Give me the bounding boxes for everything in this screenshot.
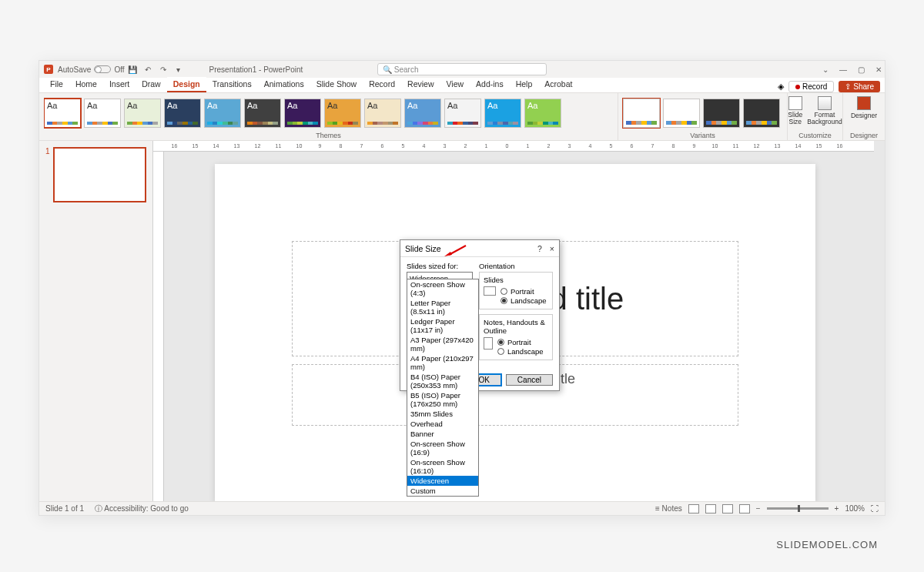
variant-option[interactable] — [663, 99, 700, 128]
ribbon-options-icon[interactable]: ⌄ — [822, 65, 829, 74]
dropdown-option[interactable]: On-screen Show (16:10) — [407, 457, 478, 476]
variant-option[interactable] — [743, 99, 780, 128]
sorter-view-icon[interactable] — [705, 504, 716, 513]
orientation-slides-group: Slides Portrait Landscape — [479, 272, 553, 309]
dialog-title: Slide Size — [405, 244, 441, 253]
notes-button[interactable]: ≡ Notes — [655, 504, 682, 513]
customize-group: Slide Size Format Background Customize — [788, 93, 843, 140]
theme-option[interactable]: Aa — [284, 99, 321, 128]
notes-landscape-radio[interactable]: Landscape — [497, 347, 543, 356]
theme-option[interactable]: Aa — [204, 99, 241, 128]
dropdown-option[interactable]: Widescreen — [407, 476, 478, 486]
dropdown-option[interactable]: On-screen Show (4:3) — [407, 279, 478, 298]
dropdown-option[interactable]: B4 (ISO) Paper (250x353 mm) — [407, 372, 478, 390]
qat-dropdown-icon[interactable]: ▾ — [173, 64, 184, 75]
tab-insert[interactable]: Insert — [103, 77, 136, 92]
dropdown-option[interactable]: A4 Paper (210x297 mm) — [407, 353, 478, 372]
fit-to-window-icon[interactable]: ⛶ — [871, 504, 879, 513]
theme-option[interactable]: Aa — [444, 99, 481, 128]
slides-landscape-radio[interactable]: Landscape — [500, 296, 546, 305]
dropdown-option[interactable]: A3 Paper (297x420 mm) — [407, 335, 478, 353]
accessibility-icon: ⓘ — [95, 504, 102, 513]
zoom-slider[interactable] — [767, 507, 829, 510]
save-icon[interactable]: 💾 — [127, 64, 138, 75]
cancel-button[interactable]: Cancel — [506, 374, 553, 386]
ribbon-tabs: FileHomeInsertDrawDesignTransitionsAnima… — [39, 78, 885, 93]
format-background-button[interactable]: Format Background — [807, 96, 842, 130]
dropdown-option[interactable]: Overhead — [407, 419, 478, 429]
tab-home[interactable]: Home — [69, 77, 103, 92]
slideshow-view-icon[interactable] — [739, 504, 750, 513]
minimize-icon[interactable]: — — [839, 65, 847, 74]
slide-thumbnail-panel: 1 — [39, 141, 153, 501]
tab-transitions[interactable]: Transitions — [206, 77, 258, 92]
tab-file[interactable]: File — [44, 77, 69, 92]
tab-view[interactable]: View — [440, 77, 470, 92]
slide-thumbnail[interactable] — [53, 147, 146, 202]
theme-option[interactable]: Aa — [164, 99, 201, 128]
dialog-help-icon[interactable]: ? — [537, 244, 542, 253]
customize-group-label: Customize — [798, 130, 832, 139]
slide-size-button[interactable]: Slide Size — [788, 96, 802, 130]
themes-group: AaAaAaAaAaAaAaAaAaAaAaAaAa Themes — [39, 93, 618, 140]
variant-option[interactable] — [703, 99, 740, 128]
normal-view-icon[interactable] — [688, 504, 699, 513]
theme-option[interactable]: Aa — [404, 99, 441, 128]
theme-color-bar — [167, 122, 198, 125]
accessibility-status[interactable]: ⓘ Accessibility: Good to go — [95, 503, 189, 514]
theme-option[interactable]: Aa — [524, 99, 561, 128]
notes-portrait-radio[interactable]: Portrait — [497, 338, 543, 346]
variants-group: Variants — [618, 93, 788, 140]
tab-design[interactable]: Design — [167, 77, 206, 92]
dialog-close-icon[interactable]: × — [550, 244, 554, 253]
orientation-label: Orientation — [479, 262, 553, 270]
theme-option[interactable]: Aa — [324, 99, 361, 128]
theme-color-bar — [327, 122, 358, 125]
record-button[interactable]: Record — [788, 81, 834, 92]
dropdown-option[interactable]: Ledger Paper (11x17 in) — [407, 316, 478, 335]
autosave-toggle[interactable] — [94, 65, 111, 73]
theme-preview-text: Aa — [527, 102, 558, 110]
zoom-in-icon[interactable]: + — [835, 504, 839, 513]
variants-group-label: Variants — [623, 130, 782, 139]
slides-orientation-label: Slides — [484, 276, 548, 284]
tab-help[interactable]: Help — [510, 77, 539, 92]
undo-icon[interactable]: ↶ — [142, 64, 153, 75]
theme-color-bar — [47, 122, 78, 125]
tab-acrobat[interactable]: Acrobat — [538, 77, 578, 92]
dropdown-option[interactable]: On-screen Show (16:9) — [407, 439, 478, 457]
theme-option[interactable]: Aa — [244, 99, 281, 128]
share-button[interactable]: ⇪Share — [839, 81, 880, 92]
dropdown-option[interactable]: Custom — [407, 486, 478, 496]
dropdown-option[interactable]: Letter Paper (8.5x11 in) — [407, 298, 478, 316]
zoom-out-icon[interactable]: − — [756, 504, 761, 513]
theme-option[interactable]: Aa — [44, 99, 81, 128]
slides-portrait-radio[interactable]: Portrait — [500, 287, 546, 296]
theme-option[interactable]: Aa — [484, 99, 521, 128]
maximize-icon[interactable]: ▢ — [858, 65, 865, 74]
tab-slide-show[interactable]: Slide Show — [310, 77, 363, 92]
tab-review[interactable]: Review — [401, 77, 440, 92]
reading-view-icon[interactable] — [722, 504, 733, 513]
designer-button[interactable]: Designer — [851, 96, 877, 130]
theme-option[interactable]: Aa — [124, 99, 161, 128]
dropdown-option[interactable]: Banner — [407, 429, 478, 439]
comments-icon[interactable]: ◈ — [778, 82, 784, 92]
tab-draw[interactable]: Draw — [136, 77, 167, 92]
vertical-ruler — [153, 152, 164, 501]
dropdown-option[interactable]: B5 (ISO) Paper (176x250 mm) — [407, 390, 478, 409]
theme-color-bar — [487, 122, 518, 125]
redo-icon[interactable]: ↷ — [158, 64, 169, 75]
close-window-icon[interactable]: ✕ — [875, 65, 882, 74]
autosave-state: Off — [114, 65, 124, 74]
radio-icon — [500, 288, 507, 295]
theme-option[interactable]: Aa — [84, 99, 121, 128]
record-label: Record — [802, 82, 827, 91]
search-input[interactable]: 🔍 Search — [377, 63, 547, 75]
theme-option[interactable]: Aa — [364, 99, 401, 128]
dropdown-option[interactable]: 35mm Slides — [407, 409, 478, 419]
tab-add-ins[interactable]: Add-ins — [470, 77, 510, 92]
tab-animations[interactable]: Animations — [258, 77, 310, 92]
variant-option[interactable] — [623, 99, 660, 128]
tab-record[interactable]: Record — [363, 77, 401, 92]
